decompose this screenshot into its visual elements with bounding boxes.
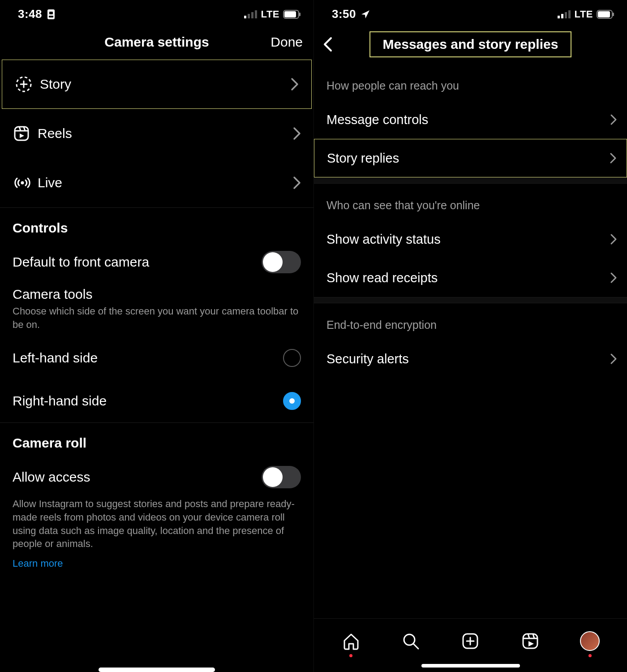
setting-label: Allow access bbox=[13, 470, 90, 485]
row-label: Story replies bbox=[327, 151, 399, 166]
mode-label: Reels bbox=[38, 126, 293, 141]
group-header: End-to-end encryption bbox=[314, 303, 627, 340]
group-header: How people can reach you bbox=[314, 64, 627, 100]
chevron-right-icon bbox=[610, 353, 617, 365]
mode-reels-row[interactable]: Reels bbox=[0, 109, 314, 158]
back-button[interactable] bbox=[322, 36, 333, 52]
svg-rect-9 bbox=[299, 13, 301, 16]
reels-icon bbox=[13, 125, 38, 142]
radio-label: Right-hand side bbox=[13, 393, 107, 409]
section-controls: Controls bbox=[0, 208, 314, 242]
row-message-controls[interactable]: Message controls bbox=[314, 100, 627, 139]
svg-rect-2 bbox=[49, 16, 53, 17]
section-camera-roll: Camera roll bbox=[0, 423, 314, 457]
tab-search[interactable] bbox=[398, 629, 423, 654]
status-bar: 3:50 LTE bbox=[314, 0, 627, 25]
mode-story-row[interactable]: Story bbox=[2, 60, 312, 109]
svg-rect-13 bbox=[15, 127, 28, 140]
row-label: Show activity status bbox=[326, 232, 441, 247]
chevron-right-icon bbox=[293, 127, 301, 140]
row-story-replies[interactable]: Story replies bbox=[314, 139, 627, 177]
learn-more-link[interactable]: Learn more bbox=[0, 556, 314, 578]
allow-access-toggle-row[interactable]: Allow access bbox=[0, 457, 314, 497]
chevron-right-icon bbox=[610, 152, 617, 164]
svg-rect-8 bbox=[284, 11, 296, 17]
svg-rect-1 bbox=[49, 12, 53, 14]
row-read-receipts[interactable]: Show read receipts bbox=[314, 258, 627, 297]
toggle-switch[interactable] bbox=[262, 251, 301, 273]
setting-label: Default to front camera bbox=[13, 254, 149, 270]
status-network: LTE bbox=[261, 9, 279, 20]
header: Messages and story replies bbox=[314, 25, 627, 64]
svg-rect-26 bbox=[613, 13, 614, 16]
status-time: 3:50 bbox=[332, 7, 356, 21]
camera-tools-right-option[interactable]: Right-hand side bbox=[0, 379, 314, 422]
svg-rect-23 bbox=[568, 10, 571, 18]
row-label: Show read receipts bbox=[326, 271, 438, 285]
svg-rect-20 bbox=[558, 16, 560, 18]
home-indicator[interactable] bbox=[421, 664, 520, 668]
tab-profile[interactable] bbox=[577, 629, 602, 654]
header-title-highlight: Messages and story replies bbox=[369, 31, 572, 57]
screen-messages-story-replies: 3:50 LTE Messages and story replies How … bbox=[314, 0, 627, 672]
radio-button[interactable] bbox=[283, 349, 301, 367]
svg-rect-32 bbox=[523, 634, 537, 648]
story-icon bbox=[15, 75, 40, 93]
screen-camera-settings: 3:48 LTE Camera settings Done Story bbox=[0, 0, 314, 672]
mode-label: Live bbox=[38, 175, 293, 190]
svg-marker-19 bbox=[361, 10, 369, 18]
group-divider bbox=[314, 297, 627, 303]
mode-label: Story bbox=[40, 77, 291, 92]
row-label: Security alerts bbox=[326, 352, 409, 366]
status-time: 3:48 bbox=[18, 7, 42, 21]
chevron-right-icon bbox=[610, 272, 617, 284]
svg-marker-36 bbox=[528, 641, 534, 646]
row-activity-status[interactable]: Show activity status bbox=[314, 220, 627, 258]
group-divider bbox=[314, 177, 627, 184]
camera-tools-desc: Choose which side of the screen you want… bbox=[0, 305, 314, 336]
svg-rect-3 bbox=[244, 16, 246, 18]
avatar bbox=[580, 631, 600, 651]
chevron-right-icon bbox=[610, 114, 617, 125]
location-icon bbox=[361, 9, 370, 19]
signal-icon bbox=[558, 10, 571, 18]
status-bar: 3:48 LTE bbox=[0, 0, 314, 25]
page-title: Messages and story replies bbox=[383, 37, 558, 52]
front-camera-toggle-row[interactable]: Default to front camera bbox=[0, 242, 314, 282]
battery-icon bbox=[597, 10, 614, 19]
svg-point-18 bbox=[21, 181, 24, 185]
camera-tools-title: Camera tools bbox=[0, 282, 314, 305]
chevron-right-icon bbox=[293, 176, 301, 190]
notification-dot-icon bbox=[349, 654, 352, 657]
battery-icon bbox=[283, 10, 301, 19]
notification-dot-icon bbox=[588, 654, 592, 657]
svg-rect-6 bbox=[255, 10, 257, 18]
row-security-alerts[interactable]: Security alerts bbox=[314, 340, 627, 378]
live-icon bbox=[13, 174, 38, 192]
chevron-right-icon bbox=[291, 78, 299, 91]
tab-home[interactable] bbox=[339, 629, 364, 654]
tab-reels[interactable] bbox=[518, 629, 543, 654]
header: Camera settings Done bbox=[0, 25, 314, 60]
home-indicator[interactable] bbox=[99, 668, 215, 672]
status-network: LTE bbox=[575, 9, 593, 20]
svg-rect-22 bbox=[565, 12, 567, 18]
done-button[interactable]: Done bbox=[271, 34, 303, 50]
svg-rect-5 bbox=[251, 12, 253, 18]
page-title: Camera settings bbox=[104, 34, 209, 50]
svg-rect-21 bbox=[561, 14, 563, 18]
signal-icon bbox=[244, 10, 258, 18]
chevron-right-icon bbox=[610, 233, 617, 245]
allow-access-desc: Allow Instagram to suggest stories and p… bbox=[0, 497, 314, 556]
row-label: Message controls bbox=[326, 112, 428, 127]
mode-live-row[interactable]: Live bbox=[0, 158, 314, 207]
svg-rect-25 bbox=[598, 11, 610, 17]
toggle-switch[interactable] bbox=[262, 466, 301, 488]
camera-tools-left-option[interactable]: Left-hand side bbox=[0, 336, 314, 379]
tab-create[interactable] bbox=[458, 629, 483, 654]
svg-rect-4 bbox=[248, 14, 250, 18]
svg-marker-17 bbox=[20, 134, 24, 138]
radio-button[interactable] bbox=[283, 392, 301, 410]
group-header: Who can see that you're online bbox=[314, 184, 627, 220]
radio-label: Left-hand side bbox=[13, 350, 98, 366]
